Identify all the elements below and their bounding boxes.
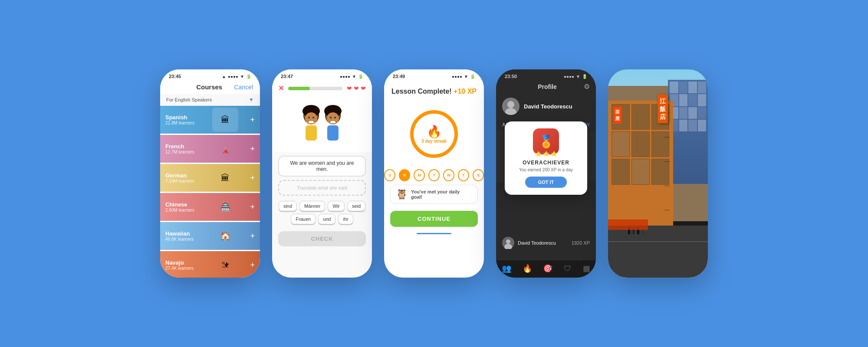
profile-title: Profile [538, 83, 557, 90]
settings-icon[interactable]: ⚙ [584, 82, 590, 91]
bottom-indicator [417, 233, 451, 234]
word-chip-frauen[interactable]: Frauen [291, 214, 316, 224]
svg-point-4 [308, 117, 310, 118]
course-learners-chinese: 2.80M learners [165, 208, 245, 213]
awning [608, 219, 648, 230]
course-name-navajo: Navajo [165, 259, 245, 266]
course-learners-hawaiian: 46.8K learners [165, 237, 245, 242]
time-1: 23:45 [169, 74, 181, 79]
chinese-sign-2: 茶屋 [613, 107, 621, 124]
achievement-card: 🏅 ⭐ ⭐ ⭐ OVERACHIEVER You earned 200 XP i… [505, 121, 587, 195]
svg-point-17 [507, 101, 514, 108]
lesson-header: ✕ ❤ ❤ ❤ [272, 81, 372, 96]
status-bar-1: 23:45 ▲ ●●●● ▼ 🔋 [160, 69, 260, 81]
leaderboard-section: David Teodorescu 1920 XP [496, 231, 596, 255]
achievement-badge-icon: 🏅 ⭐ ⭐ ⭐ [533, 128, 559, 154]
course-plus-chinese[interactable]: + [250, 203, 260, 212]
got-it-button[interactable]: GOT IT [525, 177, 567, 188]
lesson-close-button[interactable]: ✕ [278, 84, 284, 92]
svg-rect-7 [306, 125, 317, 141]
time-4: 23:50 [505, 74, 517, 79]
profile-user-info: David Teodorescu [496, 94, 596, 118]
course-name-spanish: Spanish [165, 114, 245, 121]
time-3: 23:49 [393, 74, 405, 79]
status-icons-2: ●●●● ▼ 🔋 [340, 74, 363, 79]
course-plus-french[interactable]: + [250, 144, 260, 154]
nav-icon-shield[interactable]: 🛡 [564, 264, 572, 273]
day-dot-t1: T [428, 169, 440, 181]
course-name-french: French [165, 143, 245, 150]
phone-lesson: 23:47 ●●●● ▼ 🔋 ✕ ❤ ❤ ❤ [272, 69, 372, 278]
nav-icon-profile[interactable]: 🎯 [543, 264, 552, 273]
word-chip-ihr[interactable]: ihr [338, 214, 353, 224]
filter-bar[interactable]: For English Speakers ▼ [160, 94, 260, 106]
complete-title: Lesson Complete! +10 XP [391, 88, 477, 95]
course-learners-navajo: 27.4K learners [165, 266, 245, 271]
day-dot-w: W [443, 169, 454, 181]
courses-cancel-button[interactable]: Cancel [234, 84, 253, 91]
duo-owl-icon: 🦉 [396, 189, 408, 200]
filter-label: For English Speakers [166, 97, 212, 102]
phone-profile: 23:50 ●●●● ▼ 🔋 Profile ⚙ [496, 69, 596, 278]
translate-input[interactable]: Translate what she said [278, 180, 366, 196]
leaderboard-xp: 1920 XP [572, 240, 590, 246]
achievement-title: OVERACHIEVER [512, 160, 580, 166]
sidewalk-line [608, 241, 708, 242]
status-icons-1: ▲ ●●●● ▼ 🔋 [222, 74, 251, 79]
word-chip-manner[interactable]: Männer [299, 201, 325, 211]
svg-rect-6 [309, 121, 314, 123]
course-item-hawaiian[interactable]: Hawaiian 46.8K learners 🏠 + [160, 222, 260, 250]
nav-icon-social[interactable]: 👥 [502, 264, 511, 273]
progress-fill [288, 87, 310, 90]
course-item-french[interactable]: French 12.7M learners 🗼 + [160, 135, 260, 163]
course-plus-spanish[interactable]: + [250, 115, 260, 124]
nav-icon-streak[interactable]: 🔥 [523, 264, 532, 273]
street [608, 226, 708, 278]
course-item-german[interactable]: German 7.19M learners 🏛 + [160, 164, 260, 192]
profile-avatar [502, 98, 519, 115]
day-dot-s2: S [399, 169, 410, 181]
courses-header: Courses Cancel [160, 81, 260, 94]
course-learners-spanish: 21.8M learners [165, 121, 245, 125]
lesson-heart-icon: ❤ ❤ ❤ [347, 85, 366, 92]
course-plus-german[interactable]: + [250, 174, 260, 183]
word-chip-und[interactable]: und [318, 214, 335, 224]
course-item-chinese[interactable]: Chinese 2.80M learners 🏯 + [160, 193, 260, 221]
chinese-sign-1: 江飯店 [658, 95, 668, 124]
leaderboard-name: David Teodorescu [518, 240, 568, 246]
day-dots: S S M T W T S [384, 169, 484, 181]
day-dot-s1: S [384, 169, 395, 181]
city-photo: 江飯店 [608, 69, 708, 278]
continue-button[interactable]: CONTINUE [390, 211, 478, 227]
word-chips-container: sind Männer Wir seid Frauen und ihr [272, 197, 372, 228]
phones-container: 23:45 ▲ ●●●● ▼ 🔋 Courses Cancel For Engl… [160, 69, 708, 278]
modern-building [668, 80, 708, 184]
svg-point-20 [506, 239, 510, 244]
course-item-navajo[interactable]: Navajo 27.4K learners 🏜 + [160, 251, 260, 278]
svg-rect-14 [330, 121, 335, 123]
status-bar-2: 23:47 ●●●● ▼ 🔋 [272, 69, 372, 81]
course-plus-hawaiian[interactable]: + [250, 232, 260, 241]
profile-user-name: David Teodorescu [524, 103, 572, 110]
course-plus-navajo[interactable]: + [250, 261, 260, 270]
word-chip-seid[interactable]: seid [347, 201, 365, 211]
phone-city: 江飯店 [608, 69, 708, 278]
status-bar-4: 23:50 ●●●● ▼ 🔋 [496, 69, 596, 81]
word-chip-sind[interactable]: sind [279, 201, 297, 211]
status-bar-3: 23:49 ●●●● ▼ 🔋 [384, 69, 484, 81]
bottom-nav: 👥 🔥 🎯 🛡 ▦ [496, 260, 596, 278]
course-item-spanish[interactable]: Spanish 21.8M learners 🏛 + [160, 106, 260, 134]
leaderboard-avatar [502, 237, 514, 249]
svg-point-5 [312, 117, 314, 118]
day-dot-t2: T [458, 169, 469, 181]
streak-flame-icon: 🔥 [427, 124, 442, 139]
day-dot-m: M [414, 169, 425, 181]
course-name-german: German [165, 172, 245, 179]
word-chip-wir[interactable]: Wir [328, 201, 345, 211]
svg-rect-15 [327, 125, 339, 141]
streak-text: 3 day streak [421, 139, 447, 144]
nav-icon-grid[interactable]: ▦ [583, 264, 590, 273]
svg-point-13 [334, 117, 336, 118]
check-button[interactable]: CHECK [278, 231, 366, 246]
lesson-progress-bar [288, 87, 342, 90]
